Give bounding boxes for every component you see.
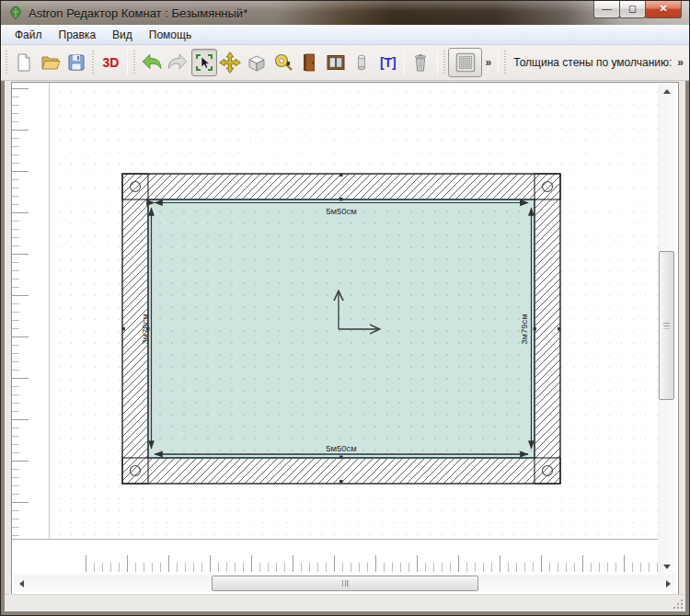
door-icon — [298, 51, 320, 74]
horizontal-ruler — [38, 541, 663, 575]
redo-button[interactable] — [165, 49, 191, 76]
grid-icon — [454, 51, 477, 74]
measure-tape-icon — [272, 51, 294, 74]
close-icon: ✕ — [659, 4, 667, 14]
trash-icon — [409, 51, 431, 74]
dimension-label-top: 5м50см — [326, 206, 357, 216]
vertical-ruler — [12, 83, 49, 539]
move-tool-icon — [218, 51, 242, 74]
toolbar-separator — [498, 50, 499, 75]
maximize-icon: ◻ — [628, 4, 637, 14]
statusbar — [5, 594, 685, 611]
save-button[interactable] — [63, 49, 90, 76]
select-tool-icon — [193, 51, 215, 74]
save-icon — [65, 51, 87, 74]
wall-thickness-label: Толщина стены по умолчанию: — [510, 56, 673, 69]
open-folder-button[interactable] — [37, 49, 63, 76]
toolbar-separator — [127, 50, 128, 75]
drawing-canvas[interactable]: 5м50см 5м50см 3м79см 3м79см — [11, 82, 679, 595]
vertical-scrollbar[interactable] — [658, 84, 675, 575]
redo-icon — [166, 51, 190, 74]
vertical-scroll-thumb[interactable] — [659, 251, 674, 400]
toolbar-separator — [437, 50, 438, 75]
horizontal-scrollbar[interactable] — [14, 575, 676, 592]
undo-icon — [140, 51, 164, 74]
maximize-button[interactable]: ◻ — [619, 1, 646, 18]
scroll-up-button[interactable] — [659, 84, 674, 99]
scroll-right-button[interactable] — [661, 576, 676, 591]
column-icon — [351, 51, 373, 74]
arrow-left-icon — [19, 580, 24, 587]
trash-button[interactable] — [408, 49, 434, 76]
minimize-button[interactable]: — — [593, 1, 620, 18]
scroll-down-button[interactable] — [659, 559, 674, 575]
toolbar-grip[interactable] — [132, 51, 137, 74]
menu-file[interactable]: Файл — [6, 27, 51, 43]
arrow-up-icon — [663, 89, 671, 94]
menubar: Файл Правка Вид Помощь — [1, 25, 689, 45]
dimension-label-right: 3м79см — [519, 314, 529, 345]
wall-tool-icon — [246, 51, 268, 74]
menu-view[interactable]: Вид — [104, 27, 141, 43]
close-button[interactable]: ✕ — [645, 1, 682, 18]
resize-grip-icon[interactable] — [673, 599, 684, 610]
window-frame-icon — [325, 51, 347, 74]
door-button[interactable] — [296, 49, 323, 76]
titlebar[interactable]: Astron Редактор Комнат : Безымянный* — ◻… — [1, 1, 689, 25]
horizontal-scroll-thumb[interactable] — [212, 576, 478, 591]
window-frame-button[interactable] — [322, 49, 349, 76]
toolbar-separator — [404, 50, 405, 75]
wall-thickness-chevron[interactable]: » — [673, 56, 687, 69]
toolbar-grip[interactable] — [503, 51, 508, 74]
select-tool-button[interactable] — [191, 49, 218, 76]
toolbar-right-group: Толщина стены по умолчанию: » — [495, 50, 687, 75]
menu-edit[interactable]: Правка — [51, 27, 105, 43]
column-button[interactable] — [349, 49, 375, 76]
scroll-left-button[interactable] — [14, 576, 29, 591]
toolbar-grip[interactable] — [5, 51, 9, 74]
wall-tool-button[interactable] — [244, 49, 270, 76]
menu-help[interactable]: Помощь — [141, 27, 200, 43]
grid-toggle-button[interactable] — [448, 48, 481, 77]
app-window: Astron Редактор Комнат : Безымянный* — ◻… — [0, 0, 690, 616]
toolbar-grip[interactable] — [91, 51, 96, 74]
3d-view-icon: 3D — [103, 55, 120, 70]
toolbar-grip[interactable] — [443, 51, 447, 74]
window-title: Astron Редактор Комнат : Безымянный* — [29, 6, 247, 20]
arrow-down-icon — [663, 565, 671, 569]
minimize-icon: — — [602, 4, 612, 14]
measure-tape-button[interactable] — [270, 49, 296, 76]
room-plan[interactable]: 5м50см 5м50см 3м79см 3м79см — [121, 173, 561, 485]
open-folder-icon — [40, 51, 62, 74]
3d-view-button[interactable]: 3D — [98, 49, 124, 76]
arrow-right-icon — [666, 580, 671, 587]
toolbar: 3D — [1, 45, 689, 81]
text-frame-button[interactable]: [T] — [375, 49, 402, 76]
new-file-icon — [13, 51, 35, 74]
canvas-wrap: 5м50см 5м50см 3м79см 3м79см — [5, 81, 685, 596]
undo-button[interactable] — [139, 49, 166, 76]
new-file-button[interactable] — [11, 49, 38, 76]
app-icon — [8, 6, 23, 20]
text-frame-icon: [T] — [380, 55, 397, 70]
move-tool-button[interactable] — [217, 49, 244, 76]
window-controls: — ◻ ✕ — [594, 1, 682, 18]
toolbar-overflow-chevron[interactable]: » — [482, 56, 496, 69]
dimension-label-bottom: 5м50см — [326, 443, 357, 453]
dimension-label-left: 3м79см — [140, 314, 150, 345]
